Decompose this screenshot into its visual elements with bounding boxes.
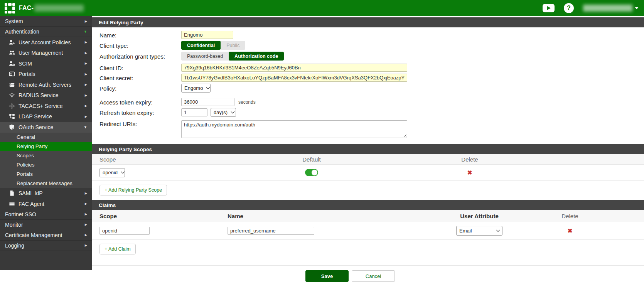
chevron-down-icon [121,170,125,174]
document-icon [9,190,15,197]
access-token-expiry-label: Access token expiry: [99,99,181,106]
add-relying-party-scope-button[interactable]: + Add Relying Party Scope [99,185,167,195]
users-icon [9,50,15,56]
sidebar-item-oauth-policies[interactable]: Policies [0,160,92,170]
claim-user-attribute-select[interactable]: Email [456,226,502,236]
sidebar-item-radius-service[interactable]: RADIUS Service [0,90,92,101]
chevron-down-icon [206,86,210,89]
sidebar-item-oauth-relying-party[interactable]: Relying Party [0,142,92,151]
grant-password-based-button[interactable]: Password-based [181,52,229,61]
scopes-table-header: Scope Default Delete [92,154,644,165]
chevron-down-icon [84,125,87,129]
top-bar: FAC- [0,0,644,16]
delete-icon[interactable] [467,169,472,176]
chevron-right-icon [85,202,87,205]
policy-label: Policy: [99,85,181,92]
claim-scope-input[interactable] [99,227,150,235]
page-title: Edit Relying Party [92,17,644,27]
sidebar-item-fortinet-sso[interactable]: Fortinet SSO [0,209,92,220]
sidebar-item-user-account-policies[interactable]: User Account Policies [0,37,92,48]
default-toggle[interactable] [305,169,318,176]
name-input[interactable] [181,31,233,39]
sidebar-item-user-management[interactable]: User Management [0,48,92,59]
divider [92,265,644,266]
sidebar-item-logging[interactable]: Logging [0,241,92,251]
access-token-expiry-input[interactable] [181,98,234,106]
sidebar-item-remote-auth-servers[interactable]: Remote Auth. Servers [0,79,92,90]
grid-icon [9,200,15,207]
sidebar-item-monitor[interactable]: Monitor [0,220,92,230]
add-claim-button[interactable]: + Add Claim [99,244,136,254]
client-type-label: Client type: [99,42,181,49]
name-label: Name: [99,32,181,39]
help-icon[interactable] [564,3,574,13]
chevron-right-icon [85,40,87,44]
chevron-down-icon [231,110,235,114]
chevron-right-icon [85,83,87,86]
arrows-icon [9,103,15,109]
apps-grid-icon[interactable] [5,3,15,13]
redirect-uris-textarea[interactable]: https://auth.mydomain.com/auth [181,120,407,138]
chevron-right-icon [85,72,87,76]
sidebar-item-scim[interactable]: SCIM [0,58,92,69]
grant-authorization-code-button[interactable]: Authorization code [229,52,284,61]
chevron-right-icon [85,244,87,247]
sidebar-item-fac-agent[interactable]: FAC Agent [0,199,92,209]
chevron-right-icon [85,104,87,108]
scopes-header-default: Default [302,156,321,163]
client-type-confidential-button[interactable]: Confidential [181,41,221,50]
claims-header-delete: Delete [561,213,578,219]
refresh-token-expiry-input[interactable] [181,108,207,116]
shield-icon [9,124,15,130]
claim-row: Email [92,222,644,240]
scopes-header-scope: Scope [92,156,281,163]
chevron-right-icon [85,94,87,97]
client-secret-input[interactable] [181,74,407,82]
chevron-right-icon [85,192,87,195]
chevron-right-icon [85,223,87,226]
sidebar-item-certificate-management[interactable]: Certificate Management [0,230,92,241]
scopes-section-title: Relying Party Scopes [92,144,644,154]
chevron-right-icon [85,51,87,55]
sidebar-item-tacacs-service[interactable]: TACACS+ Service [0,101,92,111]
chevron-down-icon [84,30,87,34]
refresh-token-expiry-label: Refresh token expiry: [99,109,181,116]
sidebar-item-portals[interactable]: Portals [0,69,92,80]
sidebar-item-system[interactable]: System [0,16,92,27]
chevron-right-icon [85,20,87,23]
sidebar-item-oauth-scopes[interactable]: Scopes [0,151,92,160]
sidebar-item-authentication[interactable]: Authentication [0,27,92,37]
youtube-icon[interactable] [543,4,555,12]
redacted-hostname [34,5,84,12]
delete-icon[interactable] [568,227,573,234]
sidebar-item-ldap-service[interactable]: LDAP Service [0,111,92,122]
save-button[interactable]: Save [305,270,349,282]
user-menu[interactable] [583,5,639,12]
tree-icon [9,113,15,120]
client-type-public-button[interactable]: Public [221,41,245,50]
claims-table-header: Scope Name User Attribute Delete [92,210,644,222]
sidebar-item-oauth-general[interactable]: General [0,133,92,142]
sidebar-item-saml-idp[interactable]: SAML IdP [0,188,92,199]
brand-name: FAC- [19,5,34,12]
chevron-down-icon [496,228,500,232]
claims-header-user-attribute: User Attribute [460,213,498,219]
cancel-button[interactable]: Cancel [352,270,395,282]
form-actions: Save Cancel [92,270,644,282]
scope-select[interactable]: openid [99,168,125,177]
client-id-label: Client ID: [99,64,181,71]
chevron-right-icon [85,115,87,118]
scope-row: openid [92,165,644,181]
claims-section-title: Claims [92,200,644,210]
client-id-input[interactable] [181,64,407,72]
sidebar-item-oauth-replacement-messages[interactable]: Replacement Messages [0,179,92,188]
policy-select[interactable]: Engomo [181,84,211,93]
sidebar-item-oauth-portals[interactable]: Portals [0,170,92,179]
refresh-token-unit-select[interactable]: day(s) [211,108,236,117]
claims-header-name: Name [220,213,420,219]
chevron-right-icon [85,62,87,65]
redacted-username [583,5,632,12]
sidebar-item-oauth-service[interactable]: OAuth Service [0,122,92,133]
grant-types-label: Authorization grant types: [99,53,181,60]
claim-name-input[interactable] [228,227,314,235]
